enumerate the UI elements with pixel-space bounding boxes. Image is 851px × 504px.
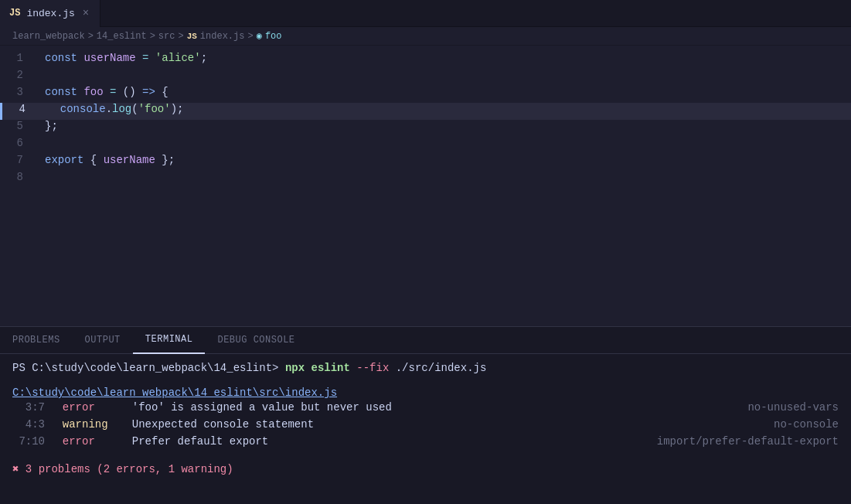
line-number-7: 7 (0, 154, 39, 171)
error-rule-3: import/prefer-default-export (657, 433, 839, 450)
breadcrumb-symbol-icon: ◉ (257, 30, 262, 42)
terminal-prompt: PS C:\study\code\learn_webpack\14_eslint… (12, 362, 278, 374)
terminal-command-line: PS C:\study\code\learn_webpack\14_eslint… (12, 362, 839, 374)
breadcrumb-filename: index.js (200, 31, 245, 42)
code-line-4: 4 console.log('foo'); (0, 103, 851, 120)
code-line-1: 1 const userName = 'alice'; (0, 52, 851, 69)
terminal-content: PS C:\study\code\learn_webpack\14_eslint… (0, 354, 851, 504)
line-number-2: 2 (0, 69, 39, 86)
breadcrumb-sep-3: > (178, 31, 183, 42)
breadcrumb-learn-webpack: learn_webpack (12, 31, 85, 42)
breadcrumb-symbol: foo (265, 31, 282, 42)
error-loc-2: 4:3 (12, 416, 49, 433)
terminal-flag: --fix (356, 362, 389, 374)
line-content-8 (39, 171, 851, 188)
line-content-3: const foo = () => { (39, 86, 851, 103)
tab-label: index.js (26, 8, 74, 19)
terminal-file-link: C:\study\code\learn_webpack\14_eslint\sr… (12, 387, 337, 399)
error-severity-1: error (63, 399, 132, 416)
error-message-3: Prefer default export (132, 433, 657, 450)
breadcrumb-sep-4: > (247, 31, 253, 42)
bottom-panel: PROBLEMS OUTPUT TERMINAL DEBUG CONSOLE P… (0, 326, 851, 504)
tab-bar: JS index.js × (0, 0, 851, 27)
code-line-7: 7 export { userName }; (0, 154, 851, 171)
breadcrumb-src: src (158, 31, 175, 42)
line-content-2 (39, 69, 851, 86)
tab-terminal[interactable]: TERMINAL (133, 327, 206, 354)
line-content-7: export { userName }; (39, 154, 851, 171)
line-number-8: 8 (0, 171, 39, 188)
terminal-file-link-line: C:\study\code\learn_webpack\14_eslint\sr… (12, 387, 839, 399)
terminal-command: npx eslint (285, 362, 350, 374)
error-rule-2: no-console (774, 416, 839, 433)
breadcrumb-14-eslint: 14_eslint (97, 31, 147, 42)
line-number-3: 3 (0, 86, 39, 103)
error-severity-2: warning (63, 416, 132, 433)
code-line-6: 6 (0, 137, 851, 154)
tab-debug-console[interactable]: DEBUG CONSOLE (205, 327, 307, 354)
error-message-1: 'foo' is assigned a value but never used (132, 399, 748, 416)
line-content-6 (39, 137, 851, 154)
breadcrumb-js-icon: JS (187, 32, 197, 41)
error-loc-1: 3:7 (12, 399, 49, 416)
line-content-4: console.log('foo'); (41, 103, 851, 120)
line-number-1: 1 (0, 52, 39, 69)
error-message-2: Unexpected console statement (132, 416, 774, 433)
terminal-error-row-1: 3:7 error 'foo' is assigned a value but … (12, 399, 839, 416)
code-editor: 1 const userName = 'alice'; 2 3 const fo… (0, 46, 851, 326)
line-content-5: }; (39, 120, 851, 137)
line-number-5: 5 (0, 120, 39, 137)
line-number-6: 6 (0, 137, 39, 154)
panel-tabs: PROBLEMS OUTPUT TERMINAL DEBUG CONSOLE (0, 327, 851, 354)
terminal-summary: ✖ 3 problems (2 errors, 1 warning) (12, 463, 233, 475)
breadcrumb-sep-2: > (150, 31, 155, 42)
line-number-4: 4 (2, 103, 41, 120)
terminal-error-row-2: 4:3 warning Unexpected console statement… (12, 416, 839, 433)
terminal-error-row-3: 7:10 error Prefer default export import/… (12, 433, 839, 450)
code-line-2: 2 (0, 69, 851, 86)
code-line-8: 8 (0, 171, 851, 188)
tab-index-js[interactable]: JS index.js × (0, 0, 100, 27)
breadcrumb-sep-1: > (88, 31, 94, 42)
terminal-args: ./src/index.js (396, 362, 487, 374)
js-file-icon: JS (9, 8, 20, 19)
line-content-1: const userName = 'alice'; (39, 52, 851, 69)
tab-close-button[interactable]: × (81, 7, 90, 19)
breadcrumb: learn_webpack > 14_eslint > src > JS ind… (0, 27, 851, 46)
code-line-5: 5 }; (0, 120, 851, 137)
error-severity-3: error (63, 433, 132, 450)
terminal-summary-line: ✖ 3 problems (2 errors, 1 warning) (12, 462, 839, 475)
error-loc-3: 7:10 (12, 433, 49, 450)
code-line-3: 3 const foo = () => { (0, 86, 851, 103)
tab-output[interactable]: OUTPUT (73, 327, 133, 354)
tab-problems[interactable]: PROBLEMS (0, 327, 73, 354)
error-rule-1: no-unused-vars (747, 399, 839, 416)
